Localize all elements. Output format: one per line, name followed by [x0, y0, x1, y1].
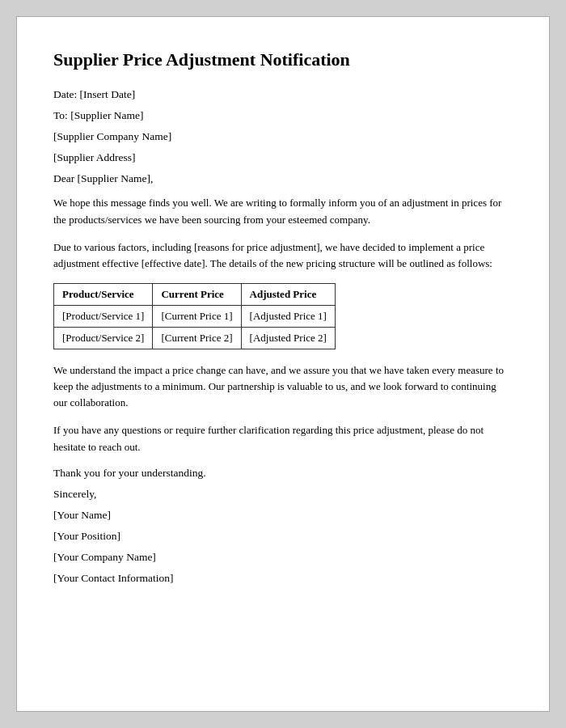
address-line: [Supplier Address] — [53, 151, 513, 164]
to-line: To: [Supplier Name] — [53, 109, 513, 122]
your-company: [Your Company Name] — [53, 551, 513, 564]
table-cell-0-1: [Current Price 1] — [153, 305, 241, 327]
table-cell-1-2: [Adjusted Price 2] — [241, 327, 335, 349]
col-header-current-price: Current Price — [153, 283, 241, 305]
table-cell-1-0: [Product/Service 2] — [54, 327, 153, 349]
table-cell-0-0: [Product/Service 1] — [54, 305, 153, 327]
table-header-row: Product/Service Current Price Adjusted P… — [54, 283, 336, 305]
company-line: [Supplier Company Name] — [53, 130, 513, 143]
thank-you: Thank you for your understanding. — [53, 467, 513, 480]
your-contact: [Your Contact Information] — [53, 572, 513, 585]
document-container: Supplier Price Adjustment Notification D… — [16, 16, 550, 712]
document-title: Supplier Price Adjustment Notification — [53, 49, 513, 70]
col-header-product: Product/Service — [54, 283, 153, 305]
paragraph-4: If you have any questions or require fur… — [53, 422, 513, 455]
table-row: [Product/Service 1][Current Price 1][Adj… — [54, 305, 336, 327]
table-cell-0-2: [Adjusted Price 1] — [241, 305, 335, 327]
paragraph-2: Due to various factors, including [reaso… — [53, 239, 513, 272]
date-line: Date: [Insert Date] — [53, 88, 513, 101]
table-row: [Product/Service 2][Current Price 2][Adj… — [54, 327, 336, 349]
col-header-adjusted-price: Adjusted Price — [241, 283, 335, 305]
table-cell-1-1: [Current Price 2] — [153, 327, 241, 349]
pricing-table: Product/Service Current Price Adjusted P… — [53, 283, 336, 349]
paragraph-3: We understand the impact a price change … — [53, 362, 513, 411]
paragraph-1: We hope this message finds you well. We … — [53, 195, 513, 227]
your-name: [Your Name] — [53, 509, 513, 522]
your-position: [Your Position] — [53, 530, 513, 543]
salutation: Dear [Supplier Name], — [53, 172, 513, 185]
sincerely: Sincerely, — [53, 488, 513, 501]
signature-block: Sincerely, [Your Name] [Your Position] [… — [53, 488, 513, 585]
